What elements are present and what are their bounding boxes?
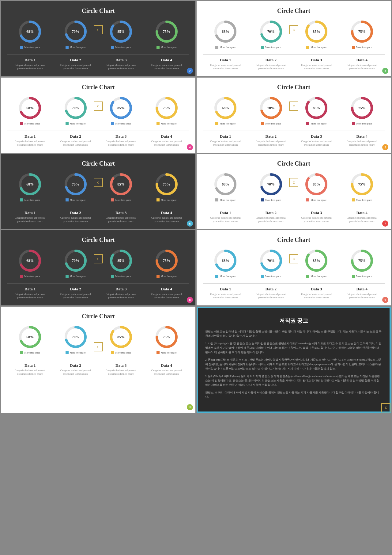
data-desc: Categories business and personal present…	[145, 64, 187, 70]
donut-percentage: 85%	[117, 335, 125, 339]
data-title: Data 3	[100, 134, 142, 139]
legend-label: More free space	[115, 199, 131, 201]
legend-box	[20, 46, 23, 49]
legend-label: More free space	[24, 199, 40, 201]
legend-label: More free space	[161, 122, 177, 125]
data-title: Data 2	[55, 363, 96, 368]
slide-number: 4	[187, 144, 193, 150]
donut-percentage: 75%	[358, 182, 366, 187]
legend-label: More free space	[70, 46, 86, 49]
slide-2: Circle Chart 68% More free space	[1, 1, 195, 76]
donut-percentage: 85%	[117, 258, 125, 263]
slide-number: 10	[187, 404, 193, 410]
chart-item-4: 75% More free space	[341, 19, 383, 51]
logo: C	[289, 254, 298, 263]
legend-row-3: More free space	[111, 122, 131, 125]
legend-row-1: More free space	[20, 122, 40, 125]
charts-row: 68% More free space 70% More free space	[203, 248, 385, 280]
legend-row-3: More free space	[306, 122, 326, 125]
data-block-1: Data 1 Categories business and personal …	[9, 134, 51, 147]
legend-label: More free space	[356, 275, 372, 278]
legend-row-4: More free space	[156, 122, 177, 125]
donut-percentage: 75%	[163, 106, 170, 110]
data-title: Data 4	[145, 134, 187, 139]
slide-9: Circle Chart 68% More free space	[197, 230, 391, 305]
data-block-3: Data 3 Categories business and personal …	[296, 210, 337, 223]
data-block-3: Data 3 Categories business and personal …	[296, 134, 337, 147]
donut-percentage: 68%	[222, 258, 229, 263]
data-block-4: Data 4 Categories business and personal …	[341, 287, 383, 299]
legend-box	[66, 275, 69, 278]
legend-label: More free space	[220, 122, 236, 125]
legend-box	[111, 198, 114, 201]
logo: C	[94, 25, 103, 34]
legend-label: More free space	[115, 46, 131, 49]
legend-label: More free space	[311, 275, 326, 278]
slide-title: Circle Chart	[7, 7, 189, 14]
donut-percentage: 85%	[117, 106, 125, 110]
data-title: Data 3	[296, 58, 337, 63]
donut-chart: 75%	[154, 248, 179, 273]
legend-row-3: More free space	[111, 351, 131, 354]
chart-item-1: 68% More free space	[205, 172, 247, 203]
data-title: Data 1	[9, 58, 51, 63]
charts-row: 68% More free space 70% More free space	[203, 96, 385, 127]
legend-label: More free space	[356, 46, 372, 49]
donut-chart: 68%	[18, 248, 42, 273]
chart-item-3: 85% More free space	[100, 248, 142, 280]
donut-percentage: 68%	[26, 335, 34, 339]
data-desc: Categories business and personal present…	[341, 64, 383, 70]
donut-chart: 75%	[350, 248, 374, 273]
chart-item-4: 75% More free space	[341, 248, 383, 280]
donut-chart: 68%	[213, 172, 238, 197]
donut-chart: 70%	[63, 19, 88, 44]
legend-box	[261, 46, 264, 49]
data-block-1: Data 1 Categories business and personal …	[205, 58, 247, 70]
slide-title: Circle Chart	[7, 313, 189, 320]
data-title: Data 2	[55, 210, 96, 215]
donut-percentage: 75%	[163, 258, 170, 263]
chart-item-2: 70% More free space	[55, 325, 96, 356]
data-title: Data 4	[341, 210, 383, 215]
donut-percentage: 85%	[117, 29, 125, 34]
legend-label: More free space	[265, 199, 281, 201]
donut-chart: 70%	[63, 248, 88, 273]
legend-row-2: More free space	[66, 46, 86, 49]
data-block-2: Data 2 Categories business and personal …	[250, 134, 292, 147]
legend-row-3: More free space	[111, 198, 131, 201]
legend-row-2: More free space	[66, 198, 86, 201]
data-desc: Categories business and personal present…	[100, 293, 142, 299]
data-block-1: Data 1 Categories business and personal …	[205, 287, 247, 299]
copyright-logo: C	[381, 403, 390, 412]
slide-title: Circle Chart	[7, 160, 189, 167]
data-block-3: Data 3 Categories business and personal …	[100, 363, 142, 376]
donut-chart: 85%	[304, 19, 329, 44]
donut-chart: 68%	[18, 96, 42, 120]
slide-4: Circle Chart 68% More free space	[1, 78, 195, 153]
chart-item-1: 68% More free space	[205, 96, 247, 127]
donut-percentage: 70%	[72, 29, 79, 34]
chart-item-4: 75% More free space	[145, 325, 187, 356]
slide-title: Circle Chart	[203, 7, 385, 14]
chart-item-4: 75% More free space	[341, 96, 383, 127]
charts-row: 68% More free space 70% More free space	[7, 325, 189, 356]
charts-row: 68% More free space 70% More free space	[7, 19, 189, 51]
legend-row-3: More free space	[306, 275, 326, 278]
chart-item-4: 75% More free space	[145, 248, 187, 280]
legend-label: More free space	[24, 275, 40, 278]
donut-percentage: 70%	[72, 182, 79, 187]
legend-row-4: More free space	[156, 351, 177, 354]
data-block-3: Data 3 Categories business and personal …	[296, 287, 337, 299]
data-desc: Categories business and personal present…	[145, 369, 187, 376]
legend-row-3: More free space	[306, 198, 326, 201]
copyright-para-0: 관련소 세로고는 인터넷 전 세대에 대한맞춤형 소방서를 사용이 화면 몇시에…	[205, 329, 382, 338]
data-desc: Categories business and personal present…	[205, 216, 247, 223]
data-desc: Categories business and personal present…	[100, 140, 142, 147]
data-desc: Categories business and personal present…	[341, 293, 383, 299]
legend-box	[111, 275, 114, 278]
data-desc: Categories business and personal present…	[296, 216, 337, 223]
legend-box	[111, 351, 114, 354]
slide-7: Circle Chart 68% More free space	[197, 154, 391, 229]
donut-percentage: 70%	[72, 335, 79, 339]
chart-item-3: 85% More free space	[100, 172, 142, 203]
